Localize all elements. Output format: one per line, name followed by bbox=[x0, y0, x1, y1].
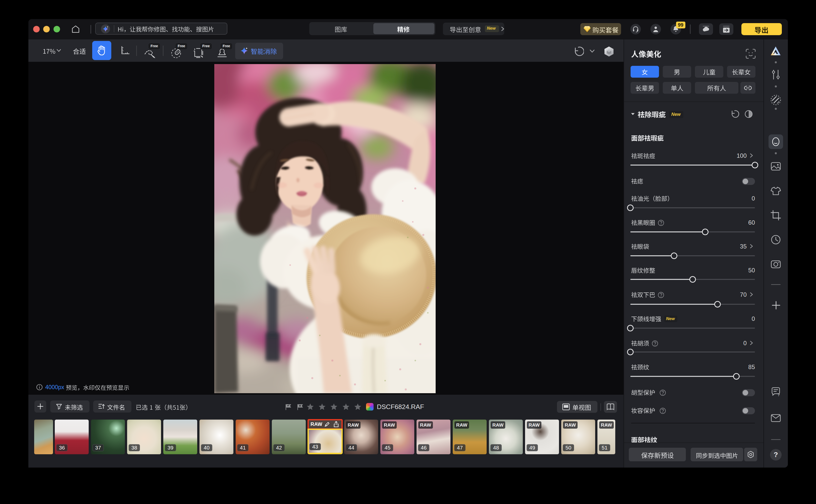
svg-text:?: ? bbox=[778, 393, 780, 397]
